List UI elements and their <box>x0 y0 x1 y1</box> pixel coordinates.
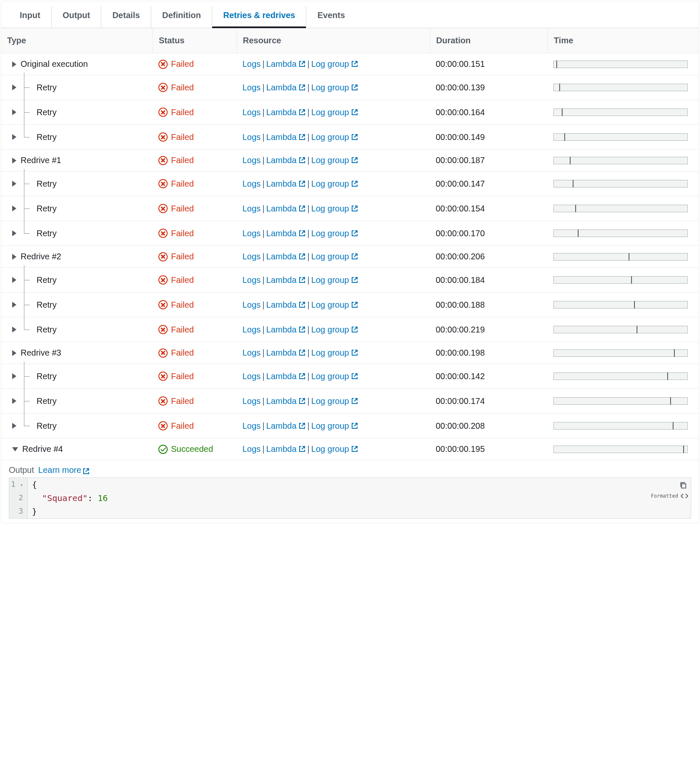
tab-definition[interactable]: Definition <box>151 6 212 28</box>
logs-link[interactable]: Logs <box>242 132 261 142</box>
lambda-link[interactable]: Lambda <box>266 204 306 213</box>
loggroup-link[interactable]: Log group <box>311 348 358 357</box>
learn-more-link[interactable]: Learn more <box>38 465 89 475</box>
expand-arrow-icon[interactable] <box>12 350 16 356</box>
logs-link[interactable]: Logs <box>242 348 261 357</box>
row-type-label: Retry <box>37 325 57 335</box>
loggroup-link[interactable]: Log group <box>311 300 358 309</box>
lambda-link[interactable]: Lambda <box>266 59 306 69</box>
lambda-link[interactable]: Lambda <box>266 108 306 117</box>
time-bar <box>553 253 688 261</box>
loggroup-link[interactable]: Log group <box>311 132 358 142</box>
loggroup-link[interactable]: Log group <box>311 59 358 69</box>
row-type-label: Redrive #4 <box>22 444 63 454</box>
loggroup-link[interactable]: Log group <box>311 421 358 430</box>
lambda-link[interactable]: Lambda <box>266 275 306 285</box>
time-tick <box>674 349 675 357</box>
expand-arrow-icon[interactable] <box>12 254 16 260</box>
external-link-icon <box>83 467 89 474</box>
expand-arrow-icon[interactable] <box>12 373 16 379</box>
loggroup-link[interactable]: Log group <box>311 325 358 334</box>
expand-arrow-icon[interactable] <box>12 134 16 140</box>
status-label: Failed <box>171 83 194 92</box>
time-cell <box>547 440 699 459</box>
resource-cell: Logs|Lambda |Log group <box>237 415 430 437</box>
expand-arrow-icon[interactable] <box>12 61 16 67</box>
expand-arrow-icon[interactable] <box>12 206 16 211</box>
tab-retries-redrives[interactable]: Retries & redrives <box>212 6 306 28</box>
lambda-link[interactable]: Lambda <box>266 444 306 454</box>
loggroup-link[interactable]: Log group <box>311 275 358 285</box>
time-tick <box>683 446 684 453</box>
lambda-link[interactable]: Lambda <box>266 83 306 92</box>
time-tick <box>575 205 576 212</box>
logs-link[interactable]: Logs <box>242 372 261 381</box>
table-row: RetryFailedLogs|Lambda |Log group 00:00:… <box>1 75 699 100</box>
loggroup-link[interactable]: Log group <box>311 156 358 165</box>
lambda-link[interactable]: Lambda <box>266 421 306 430</box>
lambda-link[interactable]: Lambda <box>266 300 306 309</box>
loggroup-link[interactable]: Log group <box>311 108 358 117</box>
loggroup-link[interactable]: Log group <box>311 252 358 261</box>
loggroup-link[interactable]: Log group <box>311 396 358 406</box>
expand-arrow-icon[interactable] <box>12 277 16 283</box>
logs-link[interactable]: Logs <box>242 83 261 92</box>
logs-link[interactable]: Logs <box>242 204 261 213</box>
expand-arrow-icon[interactable] <box>12 423 16 429</box>
lambda-link[interactable]: Lambda <box>266 229 306 238</box>
time-tick <box>578 230 579 237</box>
lambda-link[interactable]: Lambda <box>266 372 306 381</box>
tab-events[interactable]: Events <box>306 6 356 28</box>
lambda-link[interactable]: Lambda <box>266 396 306 406</box>
time-bar <box>553 84 688 91</box>
loggroup-link[interactable]: Log group <box>311 229 358 238</box>
failed-icon <box>158 396 168 406</box>
status-cell: Failed <box>153 342 237 364</box>
lambda-link[interactable]: Lambda <box>266 348 306 357</box>
copy-icon[interactable] <box>678 480 688 491</box>
expand-arrow-icon[interactable] <box>12 327 16 332</box>
lambda-link[interactable]: Lambda <box>266 252 306 261</box>
lambda-link[interactable]: Lambda <box>266 132 306 142</box>
tab-output[interactable]: Output <box>52 6 102 28</box>
formatted-toggle[interactable]: Formatted <box>651 493 688 499</box>
logs-link[interactable]: Logs <box>242 421 261 430</box>
loggroup-link[interactable]: Log group <box>311 372 358 381</box>
logs-link[interactable]: Logs <box>242 59 261 69</box>
logs-link[interactable]: Logs <box>242 156 261 165</box>
loggroup-link[interactable]: Log group <box>311 83 358 92</box>
tab-details[interactable]: Details <box>101 6 151 28</box>
time-cell <box>547 55 699 74</box>
expand-arrow-icon[interactable] <box>12 230 16 236</box>
logs-link[interactable]: Logs <box>242 229 261 238</box>
logs-link[interactable]: Logs <box>242 275 261 285</box>
lambda-link[interactable]: Lambda <box>266 325 306 334</box>
logs-link[interactable]: Logs <box>242 396 261 406</box>
lambda-link[interactable]: Lambda <box>266 156 306 165</box>
logs-link[interactable]: Logs <box>242 325 261 334</box>
loggroup-link[interactable]: Log group <box>311 444 358 454</box>
duration-cell: 00:00:00.147 <box>430 173 547 195</box>
expand-arrow-icon[interactable] <box>12 398 16 404</box>
external-link-icon <box>351 276 358 282</box>
logs-link[interactable]: Logs <box>242 300 261 309</box>
loggroup-link[interactable]: Log group <box>311 204 358 213</box>
expand-arrow-icon[interactable] <box>12 302 16 308</box>
tab-input[interactable]: Input <box>9 6 52 28</box>
status-label: Failed <box>171 132 194 142</box>
expand-arrow-icon[interactable] <box>12 181 16 187</box>
logs-link[interactable]: Logs <box>242 444 261 454</box>
time-cell <box>547 270 699 290</box>
expand-arrow-icon[interactable] <box>12 447 18 451</box>
expand-arrow-icon[interactable] <box>12 84 16 90</box>
expand-arrow-icon[interactable] <box>12 109 16 115</box>
expand-arrow-icon[interactable] <box>12 158 16 164</box>
lambda-link[interactable]: Lambda <box>266 179 306 188</box>
table-row: RetryFailedLogs|Lambda |Log group 00:00:… <box>1 171 699 196</box>
output-section: Output Learn more Formatted <box>1 460 699 523</box>
logs-link[interactable]: Logs <box>242 108 261 117</box>
status-label: Failed <box>171 59 194 69</box>
logs-link[interactable]: Logs <box>242 179 261 188</box>
loggroup-link[interactable]: Log group <box>311 179 358 188</box>
logs-link[interactable]: Logs <box>242 252 261 261</box>
